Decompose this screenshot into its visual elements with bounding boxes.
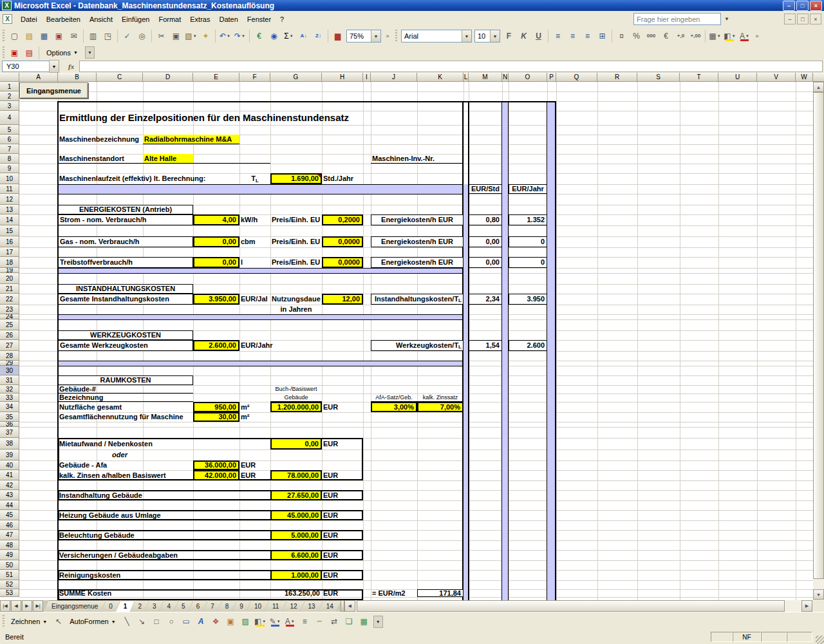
cell-B45[interactable]: Heizung Gebäude aus Umlage (58, 510, 193, 520)
name-box[interactable]: Y30 (2, 61, 49, 72)
row-header-13[interactable]: 13 (0, 205, 19, 214)
cell-H47[interactable]: EUR (322, 530, 363, 540)
column-header-C[interactable]: C (97, 73, 143, 82)
menu-format[interactable]: Format (154, 13, 185, 26)
tab-nav-next[interactable]: ▶ (22, 600, 32, 612)
cell-B18[interactable]: Treibstoffverbrauch/h (58, 257, 193, 268)
cell-B6[interactable]: Maschinenbezeichnung (58, 135, 143, 144)
arrow-style-icon[interactable]: ⇄ (328, 615, 341, 629)
row-header-46[interactable]: 46 (0, 520, 19, 530)
cell-G45[interactable]: 45.000,00 (270, 510, 322, 520)
cell-O11[interactable]: EUR/Jahr (509, 184, 547, 194)
cell-E41[interactable]: 42.000,00 (193, 470, 239, 480)
merge-center-icon[interactable]: ⊞ (595, 30, 609, 43)
cell-E18[interactable]: 0,00 (193, 257, 239, 268)
tab-nav-prev[interactable]: ◀ (11, 600, 21, 612)
horizontal-scroll-thumb[interactable] (357, 600, 785, 612)
cell-K53[interactable]: 171,84 (417, 589, 464, 597)
menu-bearbeiten[interactable]: Bearbeiten (42, 13, 85, 26)
row-header-44[interactable]: 44 (0, 500, 19, 510)
line-color-icon[interactable]: ✎▼ (268, 615, 282, 629)
dash-style-icon[interactable]: ┄ (313, 615, 326, 629)
cell-H43[interactable]: EUR (322, 490, 363, 500)
cell-M27[interactable]: 1,54 (469, 340, 502, 351)
cell-B34[interactable]: Nutzfläche gesamt (58, 402, 193, 412)
redo-icon[interactable]: ↷▼ (233, 30, 247, 43)
vertical-scroll-thumb[interactable] (813, 92, 824, 579)
cell-F10[interactable]: TL (239, 173, 270, 184)
toolbar-move-handle[interactable]: ▼ (85, 46, 95, 59)
format-painter-icon[interactable]: ✦ (199, 30, 212, 43)
diagram-icon[interactable]: ❖ (209, 615, 223, 629)
chart-wizard-icon[interactable]: ▆ (331, 30, 344, 43)
cell-B22[interactable]: Gesamte Instandhaltungskosten (58, 294, 193, 305)
vertical-scrollbar[interactable]: ▲ ▼ (813, 82, 824, 600)
column-header-M[interactable]: M (469, 73, 502, 82)
cell-F22[interactable]: EUR/Jal (239, 294, 270, 305)
cell-G18[interactable]: Preis/Einh. EU (270, 257, 322, 268)
cell-G38[interactable]: 0,00 (270, 438, 322, 450)
row-header-26[interactable]: 26 (0, 330, 19, 340)
column-header-Q[interactable]: Q (556, 73, 597, 82)
cell-O14[interactable]: 1.352 (509, 214, 547, 225)
cell-H34[interactable]: EUR (322, 402, 363, 412)
scroll-down-button[interactable]: ▼ (813, 589, 824, 600)
cell-F18[interactable]: l (239, 257, 270, 268)
custom-macro-icon-2[interactable]: ▤ (23, 46, 36, 59)
redo-icon-dropdown[interactable]: ▼ (241, 34, 245, 38)
row-header-17[interactable]: 17 (0, 247, 19, 257)
menu-fenster[interactable]: Fenster (243, 13, 276, 26)
select-all-corner[interactable] (0, 73, 19, 82)
column-header-W[interactable]: W (796, 73, 813, 82)
borders-icon[interactable]: ▦▼ (708, 30, 722, 43)
custom-toolbar-grip[interactable] (3, 46, 5, 59)
cell-E14[interactable]: 4,00 (193, 214, 239, 225)
fill-color-icon[interactable]: ◧▼ (723, 30, 736, 43)
row-header-29[interactable]: 29 (0, 361, 19, 366)
zoom-combo[interactable]: 75% ▼ (346, 30, 381, 43)
percent-icon[interactable]: % (630, 30, 643, 43)
menu-daten[interactable]: Daten (214, 13, 242, 26)
column-header-T[interactable]: T (680, 73, 718, 82)
row-header-5[interactable]: 5 (0, 125, 19, 135)
cell-F27[interactable]: EUR/Jahr (239, 340, 322, 351)
cell-J33[interactable]: AfA-Satz/Geb. (371, 393, 417, 402)
fill-color-icon[interactable]: ◧▼ (254, 615, 267, 629)
menu-?[interactable]: ? (276, 13, 288, 26)
cell-O18[interactable]: 0 (509, 257, 547, 268)
cell-G34[interactable]: 1.200.000,00 (270, 402, 322, 412)
cell-O22[interactable]: 3.950 (509, 294, 547, 305)
cell-B35[interactable]: Gesamtflächennutzung für Maschine (58, 412, 193, 422)
autosum-icon-dropdown[interactable]: ▼ (290, 34, 294, 38)
euro-icon[interactable]: € (659, 30, 673, 43)
cell-H16[interactable]: 0,0000 (322, 236, 363, 247)
row-header-34[interactable]: 34 (0, 402, 19, 412)
thousands-icon[interactable]: 000 (644, 30, 658, 43)
menu-extras[interactable]: Extras (185, 13, 214, 26)
row-header-28[interactable]: 28 (0, 351, 19, 361)
zeichnen-button[interactable]: Zeichnen ▼ (7, 616, 51, 627)
row-header-10[interactable]: 10 (0, 173, 19, 184)
minimize-button[interactable]: – (783, 1, 795, 11)
undo-icon-dropdown[interactable]: ▼ (227, 34, 230, 38)
cell-K33[interactable]: kalk. Zinssatz (417, 393, 464, 402)
cell-G43[interactable]: 27.650,00 (270, 490, 322, 500)
cell-B13[interactable]: ENERGIEKOSTEN (Antrieb) (58, 205, 193, 214)
cell-B16[interactable]: Gas - nom. Verbrauch/h (58, 236, 193, 247)
column-header-K[interactable]: K (417, 73, 464, 82)
scroll-right-button[interactable]: ▶ (801, 600, 812, 612)
cell-B8[interactable]: Maschinenstandort (58, 154, 143, 164)
column-header-O[interactable]: O (509, 73, 547, 82)
cell-J53[interactable]: = EUR/m2 (371, 589, 417, 597)
row-header-35[interactable]: 35 (0, 412, 19, 422)
row-header-47[interactable]: 47 (0, 530, 19, 540)
row-header-6[interactable]: 6 (0, 135, 19, 144)
horizontal-scrollbar[interactable] (355, 600, 801, 612)
font-color-icon-dropdown[interactable]: ▼ (291, 620, 295, 623)
menu-ansicht[interactable]: Ansicht (85, 13, 117, 26)
row-header-15[interactable]: 15 (0, 225, 19, 236)
cell-O27[interactable]: 2.600 (509, 340, 547, 351)
cell-H22[interactable]: 12,00 (322, 294, 363, 305)
cell-B53[interactable]: SUMME Kosten (58, 589, 193, 597)
textbox-icon[interactable]: ▭ (180, 615, 193, 629)
